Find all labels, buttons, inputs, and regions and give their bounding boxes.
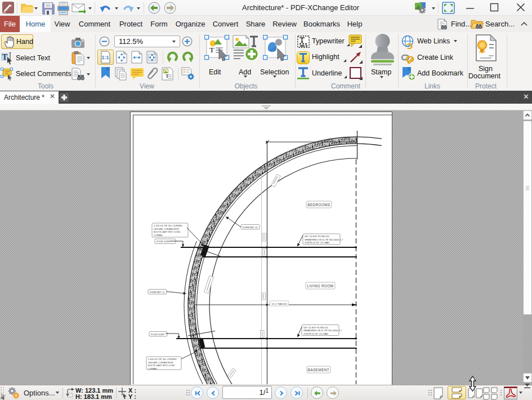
svg-text:FORM SET #3: FORM SET #3 (243, 226, 258, 229)
svg-text:1-3/4"x11 7/8" SLL CURVED: 1-3/4"x11 7/8" SLL CURVED (154, 224, 182, 227)
svg-text:POUR JOINT: POUR JOINT (151, 333, 165, 336)
svg-text:BOLTS CAST INTO CONC: BOLTS CAST INTO CONC (154, 230, 181, 233)
svg-text:16'-0" RADIUS: 16'-0" RADIUS (271, 303, 287, 305)
svg-text:JOISTS @ 16" O/C MAX: JOISTS @ 16" O/C MAX (305, 241, 329, 244)
svg-text:LIVING ROOM: LIVING ROOM (307, 284, 333, 288)
svg-text:BOLTS CAST INTO CONC: BOLTS CAST INTO CONC (148, 364, 175, 367)
svg-text:LEDGER, C/W ANCHOR: LEDGER, C/W ANCHOR (154, 228, 179, 230)
svg-text:FORM SET #2: FORM SET #2 (150, 291, 165, 294)
svg-text:SHEATHING ON 11 7/8" BCI-6000: SHEATHING ON 11 7/8" BCI-6000 1.7 (303, 329, 342, 332)
svg-text:JOISTS @ 16" O/C MAX: JOISTS @ 16" O/C MAX (303, 332, 328, 335)
svg-text:5/8" CD EXT PLYWOOD: 5/8" CD EXT PLYWOOD (303, 326, 328, 329)
svg-text:BEDROOMS: BEDROOMS (307, 203, 330, 207)
svg-text:T: T (209, 46, 214, 54)
svg-text:1:1: 1:1 (101, 55, 109, 60)
svg-text:5/8" CD EXT PLYWOOD: 5/8" CD EXT PLYWOOD (305, 235, 329, 238)
svg-text:T: T (2, 53, 8, 61)
svg-text:SHEATHING ON 11 7/8" BCI-6000: SHEATHING ON 11 7/8" BCI-6000 1.7 (305, 238, 343, 241)
svg-text:POUR JOINT: POUR JOINT (157, 240, 171, 243)
svg-text:LEDGER, C/W ANCHOR: LEDGER, C/W ANCHOR (148, 361, 173, 364)
svg-text:1-3/4"x11 7/8" SLL CURVED: 1-3/4"x11 7/8" SLL CURVED (148, 358, 177, 361)
svg-text:BASEMENT: BASEMENT (308, 368, 329, 372)
svg-text:CORBEL: CORBEL (154, 234, 163, 237)
svg-text:CORBEL: CORBEL (148, 367, 158, 370)
